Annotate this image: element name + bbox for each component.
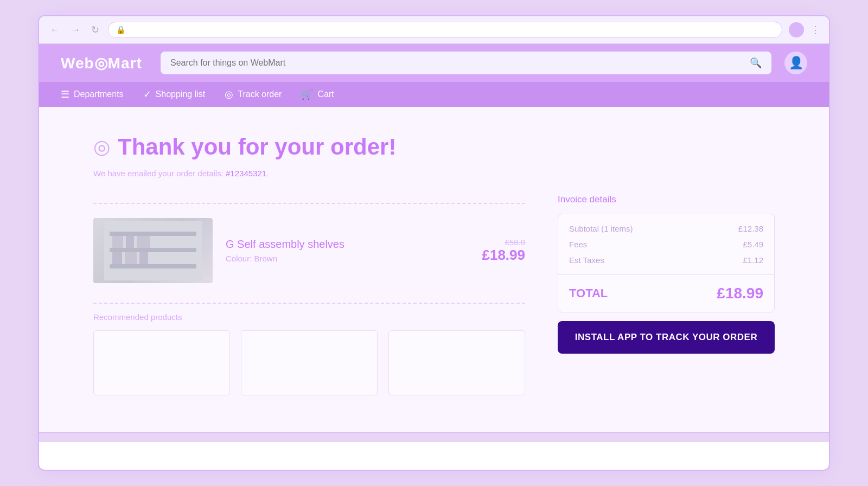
recommended-card-2[interactable] <box>241 330 378 395</box>
order-email-text: We have emailed your order details: #123… <box>93 169 775 178</box>
invoice-rows: Subtotal (1 items) £12.38 Fees £5.49 Est… <box>558 214 774 274</box>
browser-menu-button[interactable]: ⋮ <box>810 24 820 36</box>
nav-label-cart: Cart <box>317 89 334 99</box>
logo-mart: Mart <box>108 55 142 72</box>
user-icon: 👤 <box>789 56 803 70</box>
forward-button[interactable]: → <box>68 23 82 37</box>
address-bar[interactable]: 🔒 <box>108 22 782 38</box>
product-price-container: £58.0 £18.99 <box>482 238 525 264</box>
browser-chrome: ← → ↻ 🔒 ⋮ <box>39 16 829 44</box>
svg-rect-7 <box>112 252 122 264</box>
site-logo[interactable]: Web◎Mart <box>61 54 148 72</box>
nav-label-track-order: Track order <box>238 89 282 99</box>
logo-web: Web <box>61 55 94 72</box>
browser-profile-dot <box>789 22 804 37</box>
left-panel: G Self assembly shelves Colour: Brown £5… <box>93 194 525 395</box>
svg-rect-5 <box>126 236 134 248</box>
search-bar[interactable]: 🔍 <box>161 52 771 74</box>
target-nav-icon: ◎ <box>225 88 233 100</box>
total-amount: £18.99 <box>717 285 763 302</box>
invoice-subtotal-row: Subtotal (1 items) £12.38 <box>569 224 763 233</box>
invoice-box: Subtotal (1 items) £12.38 Fees £5.49 Est… <box>558 214 775 312</box>
invoice-taxes-row: Est Taxes £1.12 <box>569 255 763 265</box>
subtotal-label: Subtotal (1 items) <box>569 224 633 233</box>
cart-icon: 🛒 <box>301 88 313 100</box>
invoice-total: TOTAL £18.99 <box>558 274 774 312</box>
product-name: G Self assembly shelves <box>226 238 469 251</box>
install-app-button[interactable]: INSTALL APP TO TRACK YOUR ORDER <box>558 321 775 354</box>
thank-you-heading: ◎ Thank you for your order! <box>93 134 775 160</box>
order-number-link[interactable]: #12345321 <box>226 169 266 178</box>
recommended-grid <box>93 330 525 395</box>
logo-o-icon: ◎ <box>94 55 108 72</box>
product-image-placeholder <box>93 218 213 283</box>
recommended-card-1[interactable] <box>93 330 230 395</box>
order-item: G Self assembly shelves Colour: Brown £5… <box>93 213 525 294</box>
thank-you-icon: ◎ <box>93 136 110 158</box>
site-nav: ☰ Departments ✓ Shopping list ◎ Track or… <box>39 82 829 107</box>
svg-rect-2 <box>110 248 196 252</box>
thank-you-section: ◎ Thank you for your order! We have emai… <box>93 134 775 178</box>
content-layout: G Self assembly shelves Colour: Brown £5… <box>93 194 775 395</box>
taxes-label: Est Taxes <box>569 255 604 265</box>
recommended-title: Recommended products <box>93 312 525 322</box>
total-label: TOTAL <box>569 286 608 300</box>
nav-item-shopping-list[interactable]: ✓ Shopping list <box>143 88 206 100</box>
thank-you-title: Thank you for your order! <box>118 134 396 160</box>
bottom-bar <box>39 432 829 442</box>
original-price: £58.0 <box>482 238 525 247</box>
search-input[interactable] <box>170 58 744 68</box>
top-divider <box>93 203 525 204</box>
taxes-value: £1.12 <box>743 255 763 265</box>
sale-price: £18.99 <box>482 247 525 264</box>
product-image <box>93 218 213 283</box>
nav-item-cart[interactable]: 🛒 Cart <box>301 88 334 100</box>
user-avatar[interactable]: 👤 <box>784 52 807 74</box>
lock-icon: 🔒 <box>116 25 125 34</box>
subtotal-value: £12.38 <box>738 224 763 233</box>
svg-rect-8 <box>125 252 137 264</box>
bottom-divider <box>93 303 525 304</box>
svg-rect-1 <box>110 232 196 236</box>
back-button[interactable]: ← <box>48 23 62 37</box>
search-icon: 🔍 <box>750 57 762 69</box>
browser-window: ← → ↻ 🔒 ⋮ Web◎Mart 🔍 👤 ☰ Departments ✓ S… <box>38 15 830 471</box>
product-image-svg <box>104 221 202 280</box>
nav-item-departments[interactable]: ☰ Departments <box>61 88 124 100</box>
nav-label-shopping-list: Shopping list <box>156 89 206 99</box>
svg-rect-6 <box>137 236 150 248</box>
fees-label: Fees <box>569 240 587 249</box>
recommended-card-3[interactable] <box>388 330 525 395</box>
main-content: ◎ Thank you for your order! We have emai… <box>39 107 829 432</box>
product-color: Colour: Brown <box>226 254 469 263</box>
check-icon: ✓ <box>143 88 151 100</box>
product-details: G Self assembly shelves Colour: Brown <box>226 238 469 263</box>
svg-rect-9 <box>139 252 148 264</box>
fees-value: £5.49 <box>743 240 763 249</box>
nav-label-departments: Departments <box>74 89 124 99</box>
svg-rect-4 <box>112 236 123 248</box>
refresh-button[interactable]: ↻ <box>89 23 101 37</box>
invoice-title: Invoice details <box>558 194 775 205</box>
right-panel: Invoice details Subtotal (1 items) £12.3… <box>558 194 775 354</box>
departments-icon: ☰ <box>61 88 69 100</box>
site-header: Web◎Mart 🔍 👤 <box>39 44 829 82</box>
invoice-fees-row: Fees £5.49 <box>569 240 763 249</box>
svg-rect-3 <box>110 264 196 268</box>
nav-item-track-order[interactable]: ◎ Track order <box>225 88 282 100</box>
